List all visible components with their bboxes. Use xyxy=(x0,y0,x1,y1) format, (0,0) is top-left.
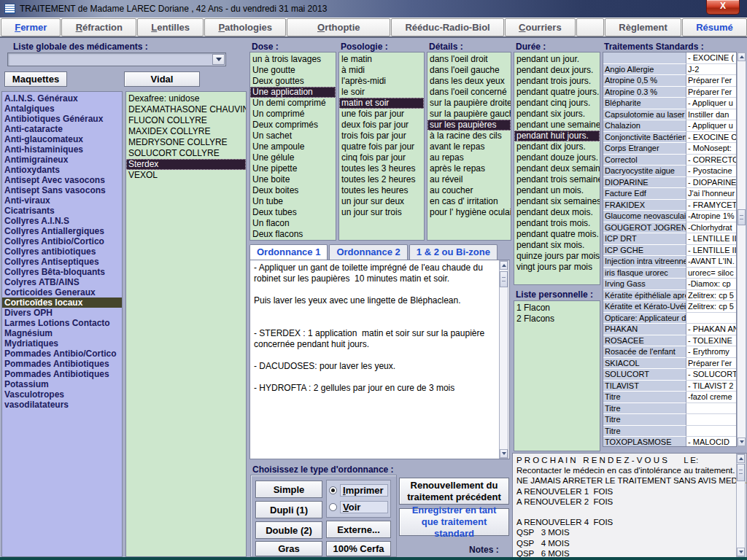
category-item[interactable]: Vasculotropes xyxy=(2,389,122,400)
category-item[interactable]: Collyres Antibio/Cortico xyxy=(2,236,122,246)
standards-row[interactable]: PHAKAN - PHAKAN AN xyxy=(603,324,736,335)
category-item[interactable]: Cicatrisants xyxy=(2,206,122,216)
standards-row[interactable]: TOXOPLASMOSE - MALOCID xyxy=(603,437,736,447)
category-item[interactable]: Anti-viraux xyxy=(2,195,122,206)
category-item[interactable]: Antisept Avec vasocons xyxy=(2,175,122,185)
save-standard-treatment-button[interactable]: Enregistrer en tant que traitement stand… xyxy=(399,508,509,536)
duree-item[interactable]: pendant six mois. xyxy=(514,240,600,251)
close-button[interactable]: X xyxy=(706,0,740,15)
details-item[interactable]: dans l'oeil gauche xyxy=(427,65,511,76)
dose-item[interactable]: Deux gouttes xyxy=(250,76,336,87)
duree-item[interactable]: vingt jours par mois xyxy=(514,262,600,273)
category-item[interactable]: vasodilatateurs xyxy=(2,400,122,410)
category-item[interactable]: Antioxydants xyxy=(2,165,122,175)
category-item[interactable]: Collyres Antiseptiques xyxy=(2,257,122,267)
main-tab[interactable] xyxy=(576,18,604,36)
ordonnance-tab[interactable]: 1 & 2 ou Bi-zone xyxy=(409,244,498,260)
details-item[interactable]: dans l'oeil droit xyxy=(427,54,511,65)
dose-item[interactable]: Une goutte xyxy=(250,65,336,76)
dose-item[interactable]: Une boite xyxy=(250,174,336,185)
scroll-up-button[interactable] xyxy=(500,261,508,270)
radio-option[interactable]: Voir xyxy=(329,501,388,513)
main-tab[interactable]: Résumé xyxy=(682,18,747,36)
category-item[interactable]: Larmes Lotions Contacto xyxy=(2,318,122,328)
standards-row[interactable]: SOLUCORT - SOLUCORT xyxy=(603,369,736,381)
radio-option[interactable]: Imprimer xyxy=(329,484,388,497)
posologie-item[interactable]: cinq fois par jour xyxy=(339,152,424,163)
standards-row[interactable]: Titre xyxy=(603,426,736,438)
standards-row[interactable]: Rosacée de l'enfant - Erythromy xyxy=(603,346,736,358)
standards-row[interactable]: Dacryocystite aigue - Pyostacine xyxy=(603,166,736,177)
duree-item[interactable]: pendant une semaine. xyxy=(514,120,600,131)
category-item[interactable]: A.I.N.S. Généraux xyxy=(2,93,122,104)
category-item[interactable]: Antisept Sans vasocons xyxy=(2,185,122,195)
standards-row[interactable]: DIOPARINE - DIOPARINE xyxy=(603,177,736,189)
duree-item[interactable]: quinze jours par mois xyxy=(514,251,600,262)
duree-item[interactable]: pendant cinq jours. xyxy=(514,98,600,109)
ordonnance-text-area[interactable]: - Appliquer un gant de toilette imprégné… xyxy=(249,260,510,459)
standards-row[interactable]: Irving Gass -Diamox: cp xyxy=(603,279,736,290)
standards-row[interactable]: SKIACOL Préparer l'er xyxy=(603,358,736,370)
vidal-item[interactable]: MEDRYSONE COLLYRE xyxy=(126,137,246,148)
category-item[interactable]: Antalgiques xyxy=(2,104,122,114)
standards-row[interactable]: ICP DRT - LENTILLE II xyxy=(603,233,736,245)
double-button[interactable]: Double (2) xyxy=(255,521,322,539)
dose-item[interactable]: Deux tubes xyxy=(250,207,336,218)
main-tab[interactable]: Lentilles xyxy=(137,18,204,36)
main-tab[interactable]: Pathologies xyxy=(204,18,286,36)
dose-item[interactable]: Deux flacons xyxy=(250,229,336,240)
posologie-item[interactable]: deux fois par jour xyxy=(339,120,424,131)
duree-item[interactable]: pendant un jour. xyxy=(514,54,600,65)
standards-row[interactable]: Opticare: Applicateur d xyxy=(603,313,736,324)
dose-item[interactable]: Une application xyxy=(250,87,336,98)
standards-row[interactable]: Kératite et Kérato-Uvéi Zelitrex: cp 5 xyxy=(603,301,736,313)
category-item[interactable]: Magnésium xyxy=(2,328,122,338)
global-medication-dropdown[interactable] xyxy=(7,52,226,66)
details-item[interactable]: en cas d' irritation xyxy=(427,196,511,207)
details-item[interactable]: au coucher xyxy=(427,185,511,196)
category-item[interactable]: Anti-cataracte xyxy=(2,124,122,134)
standards-row[interactable]: Blépharite - Appliquer u xyxy=(603,98,736,109)
category-item[interactable]: Corticoides Generaux xyxy=(2,287,122,298)
category-item[interactable]: Corticoïdes locaux xyxy=(2,298,122,308)
vidal-item[interactable]: SOLUCORT COLLYRE xyxy=(126,148,246,159)
category-item[interactable]: Anti-histaminiques xyxy=(2,144,122,155)
duree-item[interactable]: pendant quatre jours. xyxy=(514,87,600,98)
notes-area[interactable]: P R O C H A I N R E N D E Z - V O U S L … xyxy=(512,453,747,558)
standards-row[interactable]: Titre -fazol creme xyxy=(603,392,736,403)
standards-row[interactable]: Capsulotomie au laser y Instiller dan xyxy=(603,109,736,121)
standards-row[interactable]: Injection intra vitreenne -AVANT L'IN. xyxy=(603,256,736,268)
duree-item[interactable]: pendant six semaines. xyxy=(514,196,600,207)
details-item[interactable]: pour l' hygiène oculaire xyxy=(427,207,511,218)
main-tab[interactable]: Réfraction xyxy=(61,18,136,36)
standards-row[interactable]: ROSACEE - TOLEXINE xyxy=(603,335,736,347)
dropdown-arrow-icon[interactable] xyxy=(212,54,225,65)
main-tab[interactable]: Orthoptie xyxy=(287,18,390,36)
duree-item[interactable]: pendant huit jours. xyxy=(514,131,600,141)
details-item[interactable]: après le repas xyxy=(427,163,511,174)
dose-item[interactable]: Une ampoule xyxy=(250,141,336,152)
scroll-thumb[interactable] xyxy=(737,464,745,481)
liste-personnelle-item[interactable]: 1 Flacon xyxy=(514,303,600,314)
posologie-item[interactable]: l'après-midi xyxy=(339,76,424,87)
standards-row[interactable]: Corps Etranger - MoNosept: xyxy=(603,143,736,155)
standards-row[interactable]: GOUGEROT JOGREN -Chlorhydrat xyxy=(603,222,736,234)
ordonnance-tab[interactable]: Ordonnance 1 xyxy=(249,244,328,260)
scroll-thumb[interactable] xyxy=(738,209,746,225)
main-tab[interactable]: Courriers xyxy=(505,18,576,36)
category-item[interactable]: Divers OPH xyxy=(2,308,122,318)
vidal-item[interactable]: MAXIDEX COLLYRE xyxy=(126,126,246,137)
scroll-down-button[interactable] xyxy=(737,548,745,556)
cerfa-button[interactable]: 100% Cerfa xyxy=(326,541,391,556)
details-item[interactable]: sur les paupières xyxy=(427,120,511,131)
duree-item[interactable]: pendant trois jours. xyxy=(514,76,600,87)
scroll-thumb[interactable] xyxy=(500,271,508,287)
standards-row[interactable]: - EXOCINE ( xyxy=(603,52,736,64)
vidal-item[interactable]: Sterdex xyxy=(126,159,246,170)
standards-row[interactable]: Angio Allergie J-2 xyxy=(603,64,736,76)
ordonnance-scrollbar[interactable] xyxy=(499,260,508,459)
duree-item[interactable]: pendant dix jours. xyxy=(514,141,600,152)
category-item[interactable]: Collyres Antiallergiques xyxy=(2,226,122,236)
dupli-button[interactable]: Dupli (1) xyxy=(255,501,322,518)
dose-item[interactable]: Un comprimé xyxy=(250,109,336,120)
